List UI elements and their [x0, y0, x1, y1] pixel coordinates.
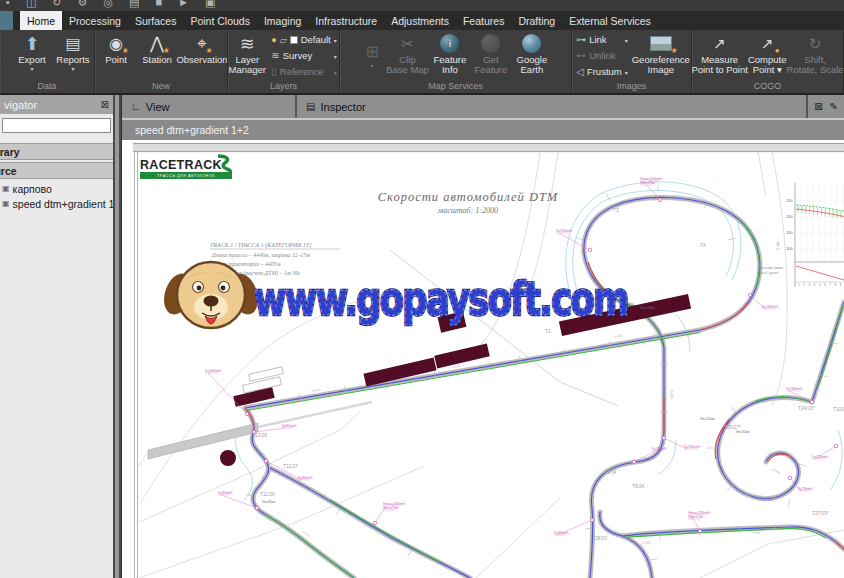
tab-inspector[interactable]: ▤ Inspector	[297, 95, 808, 118]
link-row[interactable]: ⊶Link▾	[576, 33, 628, 48]
ribbon-tab-imaging[interactable]: Imaging	[257, 11, 308, 30]
racetrack-logo: RACETRACK ТРАССЫ ДЛЯ АВТОГОНОК	[140, 156, 232, 179]
georeference-image-button[interactable]: ★GeoreferenceImage	[632, 31, 690, 81]
qat-icon[interactable]: ▤	[129, 0, 139, 7]
unlink-row[interactable]: ⊷Unlink	[576, 49, 628, 64]
ribbon-tab-surfaces[interactable]: Surfaces	[128, 11, 183, 30]
feature-info-button[interactable]: iFeatureInfo	[430, 31, 470, 81]
qat-icon[interactable]: ⚙	[78, 0, 88, 7]
ribbon-tab-home[interactable]: Home	[20, 11, 62, 30]
svg-text:V=95km/h: V=95km/h	[554, 531, 569, 535]
svg-text:T11/36: T11/36	[260, 492, 275, 497]
svg-text:0+500: 0+500	[311, 388, 320, 393]
layer-manager-button[interactable]: ≋LayerManager	[228, 31, 267, 81]
document-tab[interactable]: speed dtm+gradient 1+2	[122, 124, 249, 136]
ribbon-tab-adjustments[interactable]: Adjustments	[384, 11, 456, 30]
ribbon-tab-features[interactable]: Features	[456, 11, 511, 30]
svg-text:250: 250	[786, 199, 792, 203]
view-axes-icon: ∟	[131, 101, 141, 112]
file-menu-button[interactable]	[0, 11, 13, 30]
export-icon: ⬆	[24, 35, 39, 53]
panel-splitter[interactable]	[113, 95, 121, 578]
reference-layer-row[interactable]: ▯Reference▾	[271, 65, 336, 80]
pane-edit-icon[interactable]: ✎	[830, 101, 838, 112]
qat-icon[interactable]: ▣	[205, 0, 215, 7]
active-layer-default[interactable]: ●▱Default▾	[271, 33, 336, 48]
svg-text:3+500: 3+500	[772, 467, 782, 475]
qat-icon[interactable]: ◎	[103, 0, 113, 7]
ribbon: ⬆Import⬆Export▾▤Reports▾Data◉★Point⋀★Sta…	[0, 30, 844, 95]
tab-view[interactable]: ∟ View	[122, 95, 297, 118]
ribbon-tab-infrastructure[interactable]: Infrastructure	[308, 11, 384, 30]
measure-point-to-point-button[interactable]: ↗MeasurePoint to Point	[693, 31, 746, 81]
svg-text:200: 200	[786, 215, 792, 219]
frustum-row[interactable]: ◁Frustum▾	[576, 65, 628, 80]
chevron-down-icon: ▾	[625, 70, 628, 76]
navigator-section-source[interactable]: Source	[0, 162, 113, 179]
station-button[interactable]: ⋀★Station	[137, 31, 177, 81]
svg-text:8: 8	[835, 283, 837, 287]
navigator-panel: Navigator ⊠ Library Source ▣карпово▣spee…	[0, 95, 113, 578]
qat-icon[interactable]: ■	[155, 0, 162, 7]
svg-text:1+500: 1+500	[613, 334, 622, 339]
group-label: Data	[0, 81, 94, 93]
chevron-down-icon: ▾	[334, 38, 337, 44]
svg-text:Vmin=72м: Vmin=72м	[688, 515, 703, 519]
ribbon-tab-point-clouds[interactable]: Point Clouds	[183, 11, 257, 30]
survey-layer-row[interactable]: ≋Survey▾	[271, 49, 336, 64]
google-earth-button[interactable]: GoogleEarth	[512, 31, 552, 81]
basemap-gallery[interactable]: ⊞▾	[359, 31, 385, 81]
qat-icon[interactable]: ↻	[52, 0, 61, 7]
bulb-icon: ●	[271, 36, 276, 45]
ribbon-group-cogo: ↗MeasurePoint to Point↗●ComputePoint ▾↻S…	[692, 30, 844, 93]
spec-heading: TRACK 1 / ТРАССА 1 (КАТЕГОРИЯ 1Т)	[210, 242, 311, 249]
polygon-icon: ▱	[280, 36, 287, 45]
qat-icon[interactable]: ►	[178, 0, 189, 7]
quick-access-toolbar[interactable]: ▪◫↻⚙◎▤■►▣	[0, 0, 844, 11]
chart-labels: 250200150100123456789	[786, 199, 842, 286]
ribbon-tab-external-services[interactable]: External Services	[562, 11, 658, 30]
pane-strip-icons: ⊠ ✎	[808, 95, 844, 118]
georeference-image-icon	[650, 36, 672, 51]
navigator-close-icon[interactable]: ⊠	[101, 99, 109, 110]
inspector-icon: ▤	[306, 101, 315, 112]
ribbon-tabs: HomeProcessingSurfacesPoint CloudsImagin…	[20, 11, 658, 30]
ribbon-tab-drafting[interactable]: Drafting	[511, 11, 562, 30]
navigator-item[interactable]: ▣speed dtm+gradient 1+2	[0, 196, 113, 211]
qat-icon[interactable]: ◫	[26, 0, 36, 7]
layer-manager-icon: ≋	[240, 35, 255, 53]
compute-point-icon: ↗	[761, 36, 774, 51]
reports-button[interactable]: ▤Reports▾	[53, 31, 93, 81]
svg-text:1+000: 1+000	[451, 364, 460, 369]
svg-text:V=85km/h: V=85km/h	[282, 424, 297, 428]
speed-chart: 250200150100123456789 V, км/ч уклон и ве…	[758, 183, 844, 287]
svg-text:V=73km/h: V=73km/h	[798, 487, 813, 491]
application-window: ▪◫↻⚙◎▤■►▣ HomeProcessingSurfacesPoint Cl…	[0, 0, 844, 578]
svg-text:T4: T4	[700, 243, 706, 248]
pane-close-icon[interactable]: ⊠	[814, 101, 822, 112]
navigator-section-library[interactable]: Library	[0, 143, 113, 160]
svg-text:Vm=118км: Vm=118км	[640, 306, 654, 310]
reports-icon: ▤	[65, 36, 80, 52]
drawing-canvas[interactable]: RACETRACK ТРАССЫ ДЛЯ АВТОГОНОК Скорости …	[122, 140, 844, 578]
svg-text:4: 4	[814, 283, 816, 287]
observation-button[interactable]: ⌖★Observation	[178, 31, 226, 81]
svg-text:V=105km/h: V=105km/h	[762, 305, 778, 309]
feature-info-globe-icon: i	[440, 34, 459, 53]
shift-rotate-scale-button[interactable]: ↻Shift,Rotate, Scale	[788, 31, 842, 81]
svg-text:T24/16*: T24/16*	[798, 406, 815, 411]
logo-title: RACETRACK	[140, 158, 222, 172]
ribbon-tab-processing[interactable]: Processing	[62, 11, 128, 30]
racetrack-drawing: RACETRACK ТРАССЫ ДЛЯ АВТОГОНОК Скорости …	[122, 140, 844, 578]
navigator-item[interactable]: ▣карпово	[0, 181, 113, 196]
chart-caption: трасса 1 (расчет)	[758, 271, 779, 275]
navigator-search-input[interactable]	[2, 118, 111, 133]
export-button[interactable]: ⬆Export▾	[12, 31, 52, 81]
qat-icon[interactable]: ▪	[6, 0, 10, 7]
point-button[interactable]: ◉★Point	[96, 31, 136, 81]
svg-text:5: 5	[819, 283, 821, 287]
clip-base-map-button[interactable]: ✂ClipBase Map	[386, 31, 429, 81]
get-feature-button[interactable]: GetFeature	[471, 31, 511, 81]
import-button[interactable]: ⬆Import	[1, 31, 11, 81]
compute-point-button[interactable]: ↗●ComputePoint ▾	[747, 31, 787, 81]
